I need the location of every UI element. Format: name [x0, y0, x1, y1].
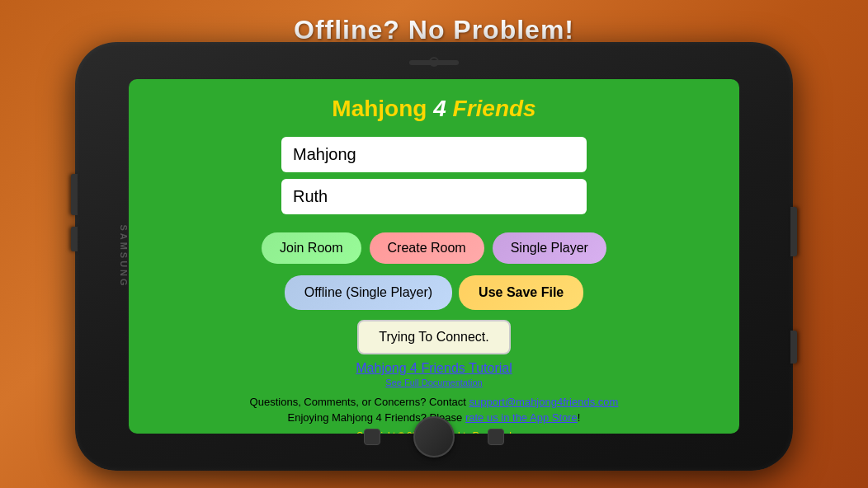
contact-text: Questions, Comments, or Concerns? Contac…	[250, 396, 466, 408]
power-button	[790, 207, 797, 256]
home-button[interactable]	[413, 416, 455, 458]
docs-link[interactable]: See Full Documentation	[385, 378, 482, 387]
back-button	[364, 429, 380, 445]
button-row-2: Offline (Single Player) Use Save File	[285, 275, 584, 310]
left-buttons	[71, 174, 78, 251]
app-title: Mahjong 4 Friends	[332, 96, 535, 122]
offline-button[interactable]: Offline (Single Player)	[285, 275, 452, 310]
enjoy-end: !	[578, 411, 581, 424]
speaker-top	[409, 60, 459, 65]
name-input[interactable]	[281, 179, 587, 214]
contact-email-link[interactable]: support@mahjong4friends.com	[469, 396, 619, 408]
room-input[interactable]	[281, 137, 587, 172]
extra-right-button	[790, 331, 797, 364]
app-screen: Mahjong 4 Friends Join Room Create Room …	[129, 79, 739, 434]
tutorial-link[interactable]: Mahjong 4 Friends Tutorial	[356, 361, 512, 376]
button-row-1: Join Room Create Room Single Player	[262, 232, 606, 264]
bottom-nav	[364, 416, 504, 458]
title-4: 4	[427, 96, 452, 121]
volume-down-button	[71, 227, 78, 251]
volume-up-button	[71, 174, 78, 215]
samsung-brand: SAMSUNG	[119, 224, 129, 288]
connection-status: Trying To Connect.	[357, 320, 510, 354]
title-mahjong: Mahjong	[332, 96, 427, 121]
contact-section: Questions, Comments, or Concerns? Contac…	[250, 396, 619, 408]
save-file-button[interactable]: Use Save File	[459, 275, 583, 310]
phone-device: SAMSUNG Mahjong 4 Friends Join Room Crea…	[75, 42, 793, 471]
single-player-button[interactable]: Single Player	[493, 232, 606, 264]
menu-button	[488, 429, 504, 445]
title-friends: Friends	[453, 96, 536, 121]
join-room-button[interactable]: Join Room	[262, 232, 361, 264]
create-room-button[interactable]: Create Room	[370, 232, 484, 264]
page-background-title: Offline? No Problem!	[0, 15, 868, 45]
power-btn	[790, 207, 797, 256]
